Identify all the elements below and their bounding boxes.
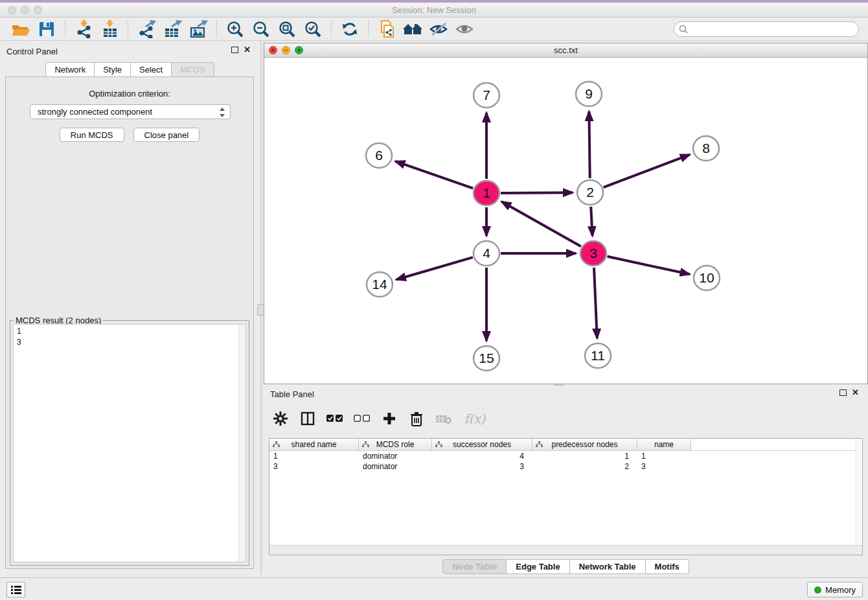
function-builder-icon[interactable]: f(x) xyxy=(462,410,488,428)
run-mcds-button[interactable]: Run MCDS xyxy=(60,128,124,142)
import-table-icon[interactable] xyxy=(98,19,120,39)
save-session-icon[interactable] xyxy=(36,19,58,39)
open-file-icon[interactable] xyxy=(10,19,32,39)
close-table-panel-icon[interactable]: ✕ xyxy=(852,389,859,396)
home-icon[interactable] xyxy=(402,19,424,39)
graph-node-11[interactable]: 11 xyxy=(585,343,611,368)
import-network-icon[interactable] xyxy=(73,19,95,39)
table-horizontal-scrollbar[interactable] xyxy=(269,545,862,555)
select-stepper-icon xyxy=(219,108,225,119)
clone-network-icon[interactable] xyxy=(376,19,398,39)
main-toolbar xyxy=(0,17,868,41)
graph-node-9[interactable]: 9 xyxy=(576,82,602,106)
table-row[interactable]: 3 dominator 3 2 3 xyxy=(269,461,862,472)
column-header-shared-name[interactable]: shared name xyxy=(269,439,359,450)
add-column-icon[interactable] xyxy=(380,410,398,428)
tab-mcds[interactable]: MCDS xyxy=(172,62,214,77)
mcds-result-line: 3 xyxy=(17,337,242,348)
graph-node-label: 4 xyxy=(483,246,490,260)
search-icon xyxy=(679,25,688,34)
graph-node-10[interactable]: 10 xyxy=(694,266,720,290)
cell-shared-name: 3 xyxy=(269,461,359,472)
close-panel-button[interactable]: Close panel xyxy=(133,128,200,142)
graph-node-14[interactable]: 14 xyxy=(367,272,393,297)
tab-motifs[interactable]: Motifs xyxy=(646,559,689,574)
mcds-panel: Optimization criterion: strongly connect… xyxy=(5,76,254,569)
graph-node-label: 7 xyxy=(483,87,490,102)
main-titlebar: Session: New Session xyxy=(0,3,868,17)
optimization-criterion-label: Optimization criterion: xyxy=(6,89,253,98)
table-toolbar: f(x) xyxy=(271,408,488,430)
float-table-panel-icon[interactable] xyxy=(839,389,847,396)
edge-3-11[interactable] xyxy=(594,268,597,338)
memory-status-dot xyxy=(814,586,821,594)
deselect-all-columns-icon[interactable] xyxy=(353,410,371,428)
network-window-title: scc.txt xyxy=(264,45,867,55)
edge-1-2[interactable] xyxy=(501,192,573,193)
refresh-icon[interactable] xyxy=(339,19,361,39)
graph-node-label: 15 xyxy=(479,351,494,365)
export-table-icon[interactable] xyxy=(161,19,183,39)
cell-name: 3 xyxy=(637,461,691,472)
edge-2-3[interactable] xyxy=(591,207,592,236)
tab-network-table[interactable]: Network Table xyxy=(570,559,646,574)
tab-network[interactable]: Network xyxy=(45,62,95,77)
column-header-mcds-role[interactable]: MCDS role xyxy=(359,439,432,450)
edge-2-8[interactable] xyxy=(604,155,690,188)
mcds-result-list[interactable]: 1 3 xyxy=(13,324,246,562)
zoom-in-icon[interactable] xyxy=(224,19,246,39)
table-panel-title: Table Panel xyxy=(270,389,314,399)
select-all-columns-icon[interactable] xyxy=(326,410,344,428)
graph-node-2[interactable]: 2 xyxy=(577,180,603,205)
column-header-predecessor-nodes[interactable]: predecessor nodes xyxy=(532,439,637,450)
show-details-icon[interactable] xyxy=(453,19,475,39)
delete-column-icon[interactable] xyxy=(407,410,426,428)
export-image-icon[interactable] xyxy=(187,19,209,39)
toolbar-separator xyxy=(216,21,217,38)
graph-node-15[interactable]: 15 xyxy=(474,346,499,371)
optimization-criterion-select[interactable]: strongly connected component xyxy=(30,104,231,119)
graph-node-6[interactable]: 6 xyxy=(366,143,392,168)
graph-node-3[interactable]: 3 xyxy=(580,241,606,266)
export-network-icon[interactable] xyxy=(135,19,157,39)
close-panel-icon[interactable]: ✕ xyxy=(244,47,251,53)
edge-3-1[interactable] xyxy=(502,202,581,246)
zoom-out-icon[interactable] xyxy=(250,19,272,39)
delete-table-icon[interactable] xyxy=(435,410,453,428)
table-vertical-scrollbar[interactable] xyxy=(856,439,862,544)
toolbar-separator xyxy=(368,21,369,38)
memory-label: Memory xyxy=(825,585,856,595)
table-header-row: shared name MCDS role successor nodes pr… xyxy=(269,439,862,451)
control-panel-tabs: Network Style Select MCDS xyxy=(0,62,260,77)
mcds-result-box: MCDS result (2 nodes) 1 3 xyxy=(10,320,249,566)
graph-node-7[interactable]: 7 xyxy=(474,83,499,108)
zoom-selected-icon[interactable] xyxy=(302,19,324,39)
edge-1-6[interactable] xyxy=(396,161,474,189)
settings-gear-icon[interactable] xyxy=(271,410,290,428)
graph-node-8[interactable]: 8 xyxy=(693,136,719,161)
tab-edge-table[interactable]: Edge Table xyxy=(507,559,569,574)
column-header-successor-nodes[interactable]: successor nodes xyxy=(432,439,532,450)
tab-style[interactable]: Style xyxy=(95,62,131,77)
float-panel-icon[interactable] xyxy=(231,47,238,53)
tab-select[interactable]: Select xyxy=(131,62,172,77)
search-input[interactable] xyxy=(674,21,859,37)
network-graph-canvas[interactable]: 7968124314101511 xyxy=(264,58,867,384)
table-row[interactable]: 1 dominator 4 1 1 xyxy=(269,451,862,461)
graph-node-4[interactable]: 4 xyxy=(474,241,499,266)
graph-node-label: 10 xyxy=(699,270,714,285)
column-header-name[interactable]: name xyxy=(637,439,691,450)
hide-details-icon[interactable] xyxy=(428,19,450,39)
split-view-icon[interactable] xyxy=(299,410,317,428)
status-bar: Memory xyxy=(0,577,868,600)
memory-button[interactable]: Memory xyxy=(807,582,863,597)
graph-node-1[interactable]: 1 xyxy=(474,181,499,205)
zoom-fit-icon[interactable] xyxy=(276,19,298,39)
edge-4-14[interactable] xyxy=(396,257,473,279)
result-scrollbar[interactable] xyxy=(238,325,246,562)
tab-node-table[interactable]: Node Table xyxy=(442,559,507,574)
table-panel: Table Panel ✕ xyxy=(264,386,868,575)
edge-3-10[interactable] xyxy=(608,257,690,275)
edge-2-9[interactable] xyxy=(589,111,589,178)
task-history-button[interactable] xyxy=(6,582,25,597)
